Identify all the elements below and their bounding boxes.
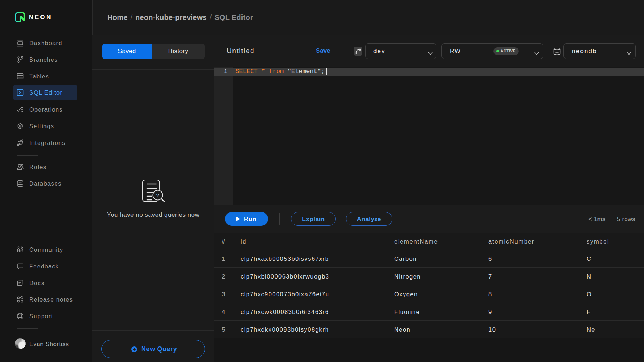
svg-text:?: ? <box>156 192 159 198</box>
